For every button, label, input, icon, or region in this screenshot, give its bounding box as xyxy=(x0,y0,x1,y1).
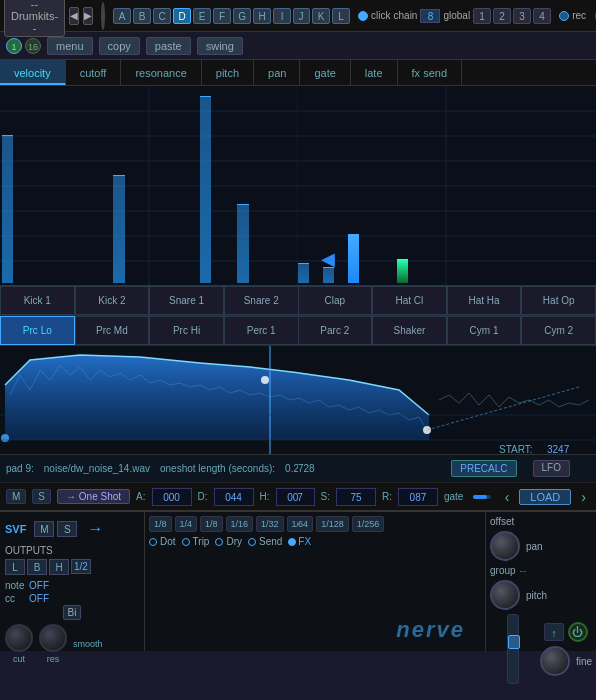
dry-option[interactable]: Dry xyxy=(215,536,242,547)
letter-btn-e[interactable]: E xyxy=(193,8,211,24)
dot-option[interactable]: Dot xyxy=(149,536,176,547)
note-1-8[interactable]: 1/8 xyxy=(149,516,172,532)
send-option[interactable]: Send xyxy=(248,536,282,547)
pad-hatcl[interactable]: Hat Cl xyxy=(372,286,447,315)
pad-snare1[interactable]: Snare 1 xyxy=(149,286,224,315)
pad-hatop[interactable]: Hat Op xyxy=(521,286,596,315)
num-box-2[interactable]: 2 xyxy=(493,8,511,24)
r-value[interactable]: 087 xyxy=(398,488,438,506)
load-button[interactable]: LOAD xyxy=(519,489,571,505)
pad-shaker[interactable]: Shaker xyxy=(372,316,447,345)
a-value[interactable]: 000 xyxy=(152,488,192,506)
note-1-16[interactable]: 1/16 xyxy=(226,516,254,532)
note-1-4[interactable]: 1/4 xyxy=(175,516,198,532)
letter-btn-a[interactable]: A xyxy=(113,8,131,24)
power-button[interactable]: ⏻ xyxy=(568,622,588,642)
pad-clap[interactable]: Clap xyxy=(298,286,373,315)
letter-btn-k[interactable]: K xyxy=(312,8,330,24)
fx-radio[interactable] xyxy=(288,538,296,546)
pad-hatha[interactable]: Hat Ha xyxy=(447,286,522,315)
tab-cutoff[interactable]: cutoff xyxy=(66,60,122,85)
step-1[interactable]: 1 xyxy=(6,38,22,54)
d-value[interactable]: 044 xyxy=(214,488,254,506)
note-1-128[interactable]: 1/128 xyxy=(316,516,349,532)
pitch-knob[interactable] xyxy=(490,580,520,610)
gate-slider[interactable] xyxy=(473,495,490,499)
seq-bar-25[interactable] xyxy=(298,263,309,283)
pad-cym2[interactable]: Cym 2 xyxy=(521,316,596,345)
lfo-button[interactable]: LFO xyxy=(533,460,570,477)
tab-gate[interactable]: gate xyxy=(300,60,350,85)
output-select[interactable]: 1/2 xyxy=(71,559,91,574)
l-btn[interactable]: L xyxy=(5,559,25,575)
m-filter-btn[interactable]: M xyxy=(34,521,54,537)
letter-btn-h[interactable]: H xyxy=(253,8,271,24)
pad-parc2[interactable]: Parc 2 xyxy=(298,316,373,345)
note-1-32[interactable]: 1/32 xyxy=(256,516,284,532)
arrow-icon-btn[interactable]: ↑ xyxy=(544,623,564,641)
num-box-3[interactable]: 3 xyxy=(513,8,531,24)
tab-velocity[interactable]: velocity xyxy=(0,60,66,85)
copy-button[interactable]: copy xyxy=(99,37,140,55)
tab-fxsend[interactable]: fx send xyxy=(398,60,462,85)
seq-bar-10[interactable] xyxy=(113,175,124,283)
prev-arrow[interactable]: ◀ xyxy=(69,7,79,25)
seq-bar-33[interactable] xyxy=(397,259,408,283)
num-box-1[interactable]: 1 xyxy=(473,8,491,24)
next-page-arrow[interactable]: › xyxy=(577,489,590,505)
pad-prclo[interactable]: Prc Lo xyxy=(0,316,75,345)
next-arrow[interactable]: ▶ xyxy=(83,7,93,25)
chain-value[interactable]: 8 xyxy=(420,9,440,23)
seq-bar-1[interactable] xyxy=(2,135,13,283)
seq-bar-17[interactable] xyxy=(200,96,211,283)
waveform-svg[interactable]: START: 3247 xyxy=(0,346,596,455)
cut-knob[interactable] xyxy=(5,624,33,652)
pad-snare2[interactable]: Snare 2 xyxy=(224,286,298,315)
note-1-8b[interactable]: 1/8 xyxy=(200,516,223,532)
pad-perc1[interactable]: Perc 1 xyxy=(224,316,298,345)
note-1-64[interactable]: 1/64 xyxy=(287,516,314,532)
h-value[interactable]: 007 xyxy=(276,488,315,506)
slider-thumb[interactable] xyxy=(508,635,520,649)
res-knob[interactable] xyxy=(39,624,67,652)
s2-value[interactable]: 75 xyxy=(336,488,376,506)
click-radio[interactable] xyxy=(358,11,368,21)
letter-btn-f[interactable]: F xyxy=(213,8,231,24)
seq-bar-20[interactable] xyxy=(237,204,248,283)
menu-button[interactable]: menu xyxy=(47,37,93,55)
note-1-256[interactable]: 1/256 xyxy=(352,516,385,532)
top-knob[interactable] xyxy=(101,2,105,30)
precalc-button[interactable]: PRECALC xyxy=(451,460,516,477)
dry-radio[interactable] xyxy=(215,538,223,546)
m-button[interactable]: M xyxy=(6,489,26,504)
tab-late[interactable]: late xyxy=(351,60,398,85)
letter-btn-d[interactable]: D xyxy=(173,8,191,24)
send-radio[interactable] xyxy=(248,538,256,546)
letter-btn-j[interactable]: J xyxy=(293,8,310,24)
trip-option[interactable]: Trip xyxy=(182,536,210,547)
trip-radio[interactable] xyxy=(182,538,190,546)
s-button[interactable]: S xyxy=(32,489,51,504)
pan-knob[interactable] xyxy=(490,531,520,561)
rec-radio[interactable] xyxy=(559,11,569,21)
seq-bar-27[interactable]: ◀ xyxy=(323,267,334,283)
num-box-4[interactable]: 4 xyxy=(533,8,551,24)
seq-bar-29-selected[interactable] xyxy=(348,234,359,283)
vertical-slider[interactable] xyxy=(507,614,519,684)
fx-option[interactable]: FX xyxy=(288,536,311,547)
tab-pan[interactable]: pan xyxy=(254,60,300,85)
swing-button[interactable]: swing xyxy=(197,37,243,55)
dot-radio[interactable] xyxy=(149,538,157,546)
pad-prcmd[interactable]: Prc Md xyxy=(75,316,150,345)
pad-kick1[interactable]: Kick 1 xyxy=(0,286,75,315)
tab-pitch[interactable]: pitch xyxy=(202,60,254,85)
one-shot-button[interactable]: → One Shot xyxy=(57,489,130,504)
paste-button[interactable]: paste xyxy=(146,37,191,55)
s-filter-btn[interactable]: S xyxy=(57,521,77,537)
letter-btn-c[interactable]: C xyxy=(153,8,171,24)
tab-resonance[interactable]: resonance xyxy=(121,60,201,85)
pad-cym1[interactable]: Cym 1 xyxy=(447,316,522,345)
fine-knob[interactable] xyxy=(540,646,570,676)
step-16[interactable]: 16 xyxy=(25,38,41,54)
pad-prchi[interactable]: Prc Hi xyxy=(149,316,224,345)
